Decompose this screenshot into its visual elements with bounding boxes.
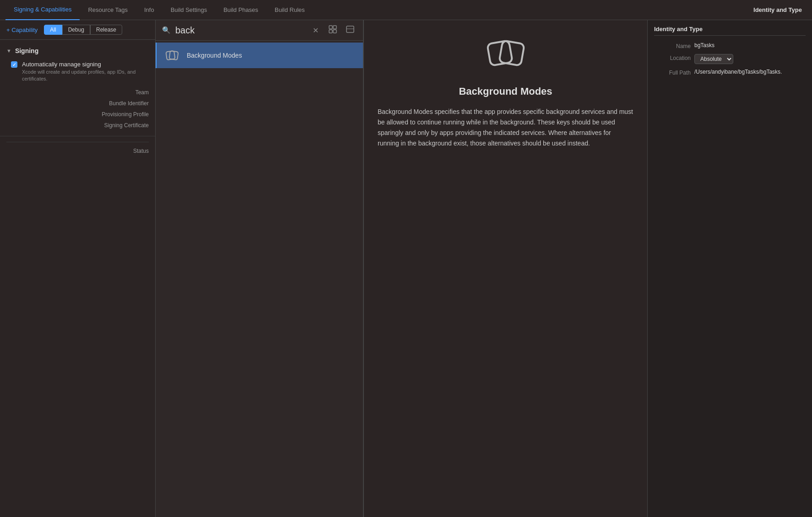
center-panel: 🔍 ✕: [156, 20, 363, 517]
filter-release-button[interactable]: Release: [90, 25, 122, 35]
result-item-background-modes[interactable]: Background Modes: [156, 43, 363, 68]
svg-rect-1: [333, 26, 336, 29]
auto-sign-text: Automatically manage signing Xcode will …: [22, 61, 149, 83]
identity-name-field: Name bgTasks: [654, 42, 806, 49]
search-bar: 🔍 ✕: [156, 20, 363, 41]
status-row: Status: [0, 148, 155, 154]
background-modes-icon: [164, 47, 180, 64]
identity-panel-title: Identity and Type: [654, 26, 806, 36]
svg-rect-4: [346, 26, 354, 32]
section-title: Signing: [15, 47, 38, 54]
detail-icon-background-modes: [485, 34, 526, 76]
svg-rect-0: [329, 26, 332, 29]
identity-fullpath-value: /Users/andyibane/bgTasks/bgTasks.: [694, 69, 806, 75]
tab-bar: Signing & Capabilities Resource Tags Inf…: [0, 0, 812, 20]
clear-search-button[interactable]: ✕: [309, 24, 322, 37]
identity-location-field: Location Absolute: [654, 54, 806, 64]
main-layout: + Capability All Debug Release ▼ Signing…: [0, 20, 812, 517]
svg-rect-2: [329, 30, 332, 33]
separator: [6, 142, 149, 142]
team-field-row: Team: [11, 89, 149, 96]
identity-name-label: Name: [654, 42, 691, 49]
filter-all-button[interactable]: All: [44, 25, 62, 35]
signing-section: ▼ Signing Automatically manage signing X…: [0, 40, 155, 136]
list-icon: [346, 25, 354, 35]
signing-certificate-label: Signing Certificate: [104, 122, 149, 129]
tab-signing-capabilities[interactable]: Signing & Capabilities: [5, 0, 80, 20]
provisioning-profile-label: Provisioning Profile: [102, 111, 149, 118]
grid-icon: [329, 25, 337, 35]
auto-sign-row: Automatically manage signing Xcode will …: [6, 61, 149, 83]
detail-description: Background Modes specifies that the app …: [378, 107, 633, 149]
identity-fullpath-label: Full Path: [654, 69, 691, 76]
section-header: ▼ Signing: [6, 47, 149, 54]
result-label-background-modes: Background Modes: [187, 52, 242, 59]
right-detail-panel: Background Modes Background Modes specif…: [363, 20, 647, 517]
tab-build-settings[interactable]: Build Settings: [162, 0, 216, 20]
chevron-down-icon: ▼: [6, 48, 11, 54]
team-label: Team: [135, 89, 149, 96]
grid-view-button[interactable]: [326, 24, 339, 37]
identity-fullpath-field: Full Path /Users/andyibane/bgTasks/bgTas…: [654, 69, 806, 76]
add-capability-button[interactable]: + Capability: [6, 27, 38, 33]
field-rows: Team Bundle Identifier Provisioning Prof…: [6, 89, 149, 129]
close-icon: ✕: [313, 26, 319, 35]
results-list: Background Modes: [156, 41, 363, 517]
filter-debug-button[interactable]: Debug: [62, 25, 90, 35]
identity-panel: Identity and Type Name bgTasks Location …: [647, 20, 812, 517]
identity-location-dropdown[interactable]: Absolute: [694, 54, 733, 64]
tab-resource-tags[interactable]: Resource Tags: [80, 0, 135, 20]
left-panel: + Capability All Debug Release ▼ Signing…: [0, 20, 156, 517]
status-label: Status: [133, 148, 149, 154]
identity-name-value: bgTasks: [694, 42, 806, 48]
bundle-identifier-field-row: Bundle Identifier: [11, 100, 149, 107]
search-actions: ✕: [309, 24, 357, 37]
signing-certificate-field-row: Signing Certificate: [11, 122, 149, 129]
tab-build-phases[interactable]: Build Phases: [215, 0, 266, 20]
bundle-identifier-label: Bundle Identifier: [109, 100, 149, 107]
tab-info[interactable]: Info: [136, 0, 162, 20]
auto-sign-label: Automatically manage signing: [22, 61, 149, 68]
identity-location-label: Location: [654, 54, 691, 61]
auto-sign-checkbox[interactable]: [11, 61, 17, 68]
capability-bar: + Capability All Debug Release: [0, 20, 155, 40]
search-icon: 🔍: [162, 26, 171, 34]
list-view-button[interactable]: [344, 24, 357, 37]
identity-panel-header-label: Identity and Type: [753, 6, 807, 13]
search-input[interactable]: [175, 25, 304, 36]
auto-sign-description: Xcode will create and update profiles, a…: [22, 69, 149, 83]
tab-build-rules[interactable]: Build Rules: [266, 0, 313, 20]
filter-buttons: All Debug Release: [44, 25, 122, 35]
svg-rect-3: [333, 30, 336, 33]
provisioning-profile-field-row: Provisioning Profile: [11, 111, 149, 118]
detail-title: Background Modes: [459, 86, 552, 97]
